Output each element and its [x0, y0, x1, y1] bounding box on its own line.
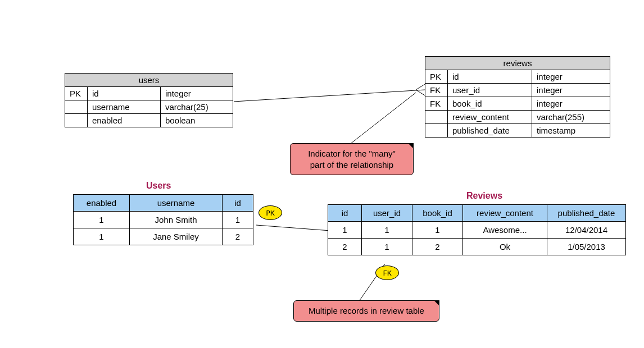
data-users-title: Users — [146, 181, 171, 191]
data-reviews: id user_id book_id review_content publis… — [328, 204, 626, 255]
data-users-h1: username — [130, 195, 223, 212]
schema-reviews-row-3-type: varchar(255) — [532, 111, 610, 124]
data-reviews-r0c4: 12/04/2014 — [547, 222, 626, 239]
data-reviews-title: Reviews — [466, 191, 502, 201]
schema-users-row-0-key: PK — [65, 87, 88, 100]
data-users-r0c0: 1 — [74, 212, 130, 228]
svg-line-3 — [351, 93, 416, 143]
data-reviews-h1: user_id — [362, 205, 412, 222]
schema-reviews-row-2-type: integer — [532, 97, 610, 111]
data-reviews-r0c2: 1 — [412, 222, 463, 239]
data-users-r1c2: 2 — [223, 228, 253, 245]
schema-reviews-title: reviews — [425, 57, 610, 70]
schema-reviews-row-1-type: integer — [532, 84, 610, 97]
data-reviews-r0c0: 1 — [328, 222, 362, 239]
schema-reviews-row-3-key — [425, 111, 448, 124]
svg-line-2 — [416, 90, 425, 95]
schema-reviews-row-1-name: user_id — [448, 84, 532, 97]
data-reviews-h2: book_id — [412, 205, 463, 222]
data-reviews-r1c4: 1/05/2013 — [547, 239, 626, 255]
data-users-h0: enabled — [74, 195, 130, 212]
schema-users-row-0-name: id — [88, 87, 161, 100]
schema-reviews-row-3-name: review_content — [448, 111, 532, 124]
svg-line-1 — [416, 84, 425, 90]
data-users-r0c1: John Smith — [130, 212, 223, 228]
data-reviews-r1c1: 1 — [362, 239, 412, 255]
pk-badge: PK — [258, 205, 282, 220]
data-reviews-r0c1: 1 — [362, 222, 412, 239]
callout-multiple-records: Multiple records in review table — [293, 300, 439, 322]
schema-users-row-2-name: enabled — [88, 114, 161, 127]
data-reviews-r1c3: Ok — [463, 239, 547, 255]
schema-reviews-row-2-key: FK — [425, 97, 448, 111]
schema-users-row-1-type: varchar(25) — [161, 100, 233, 114]
schema-reviews-row-4-type: timestamp — [532, 124, 610, 138]
schema-reviews-row-4-name: published_date — [448, 124, 532, 138]
data-users-h2: id — [223, 195, 253, 212]
data-users: enabled username id 1 John Smith 1 1 Jan… — [73, 194, 253, 245]
data-reviews-r1c0: 2 — [328, 239, 362, 255]
schema-users-title: users — [65, 74, 233, 87]
schema-reviews-row-4-key — [425, 124, 448, 138]
schema-reviews: reviews PK id integer FK user_id integer… — [425, 56, 610, 138]
data-users-r0c2: 1 — [223, 212, 253, 228]
callout-many-indicator: Indicator for the "many" part of the rel… — [290, 143, 414, 175]
schema-reviews-row-2-name: book_id — [448, 97, 532, 111]
schema-users-row-1-name: username — [88, 100, 161, 114]
svg-line-0 — [234, 90, 425, 102]
data-reviews-h0: id — [328, 205, 362, 222]
schema-users-row-2-type: boolean — [161, 114, 233, 127]
schema-users-row-1-key — [65, 100, 88, 114]
schema-reviews-row-1-key: FK — [425, 84, 448, 97]
data-reviews-r1c2: 2 — [412, 239, 463, 255]
schema-reviews-row-0-type: integer — [532, 70, 610, 84]
data-reviews-h4: published_date — [547, 205, 626, 222]
schema-users-row-2-key — [65, 114, 88, 127]
schema-reviews-row-0-name: id — [448, 70, 532, 84]
data-reviews-h3: review_content — [463, 205, 547, 222]
data-users-r1c0: 1 — [74, 228, 130, 245]
schema-users-row-0-type: integer — [161, 87, 233, 100]
fk-badge: FK — [375, 265, 399, 280]
schema-users: users PK id integer username varchar(25)… — [65, 73, 233, 127]
data-reviews-r0c3: Awesome... — [463, 222, 547, 239]
schema-reviews-row-0-key: PK — [425, 70, 448, 84]
data-users-r1c1: Jane Smiley — [130, 228, 223, 245]
